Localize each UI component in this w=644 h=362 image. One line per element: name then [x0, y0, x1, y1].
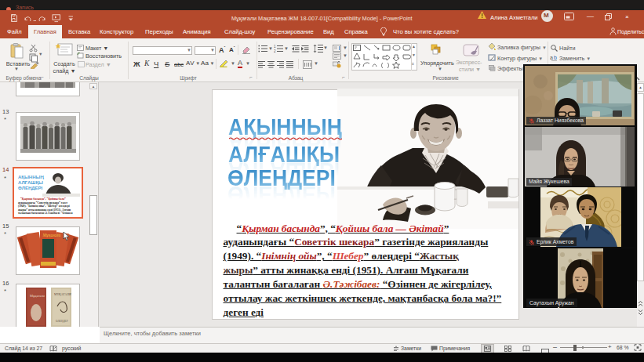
svg-text:АЛҒАШҚЫ: АЛҒАШҚЫ: [18, 180, 43, 185]
svg-text:ауданындағы “Советтік шекара”: ауданындағы “Советтік шекара” газет: [18, 201, 67, 205]
svg-text:жыры” атты жинаққа енді (1951): жыры” атты жинаққа енді (1951). Алғаш: [18, 208, 71, 212]
svg-text:ӨЛЕҢДЕР: ӨЛЕҢДЕР: [56, 320, 68, 323]
svg-text:талантын бағалаған Ә.Тәжібаев:: талантын бағалаған Ә.Тәжібаев: “Өзіннен: [18, 211, 73, 215]
svg-text:МҰҚАҒАЛИ: МҰҚАҒАЛИ: [54, 293, 71, 296]
svg-text:(1949). “Інімнің ойы”, “Шебер”: (1949). “Інімнің ойы”, “Шебер” өлеңдері: [18, 204, 70, 208]
svg-text:Мұқағали: Мұқағали: [42, 233, 61, 237]
svg-text:Мұқағали: Мұқағали: [30, 294, 45, 298]
svg-text:АҚЫННЫҢ: АҚЫННЫҢ: [18, 175, 44, 179]
svg-text:“Қырман басында”, “Қойшы бала”: “Қырман басында”, “Қойшы бала”: [20, 197, 66, 201]
svg-text:ӨЛЕҢДЕРІ: ӨЛЕҢДЕРІ: [18, 186, 42, 190]
